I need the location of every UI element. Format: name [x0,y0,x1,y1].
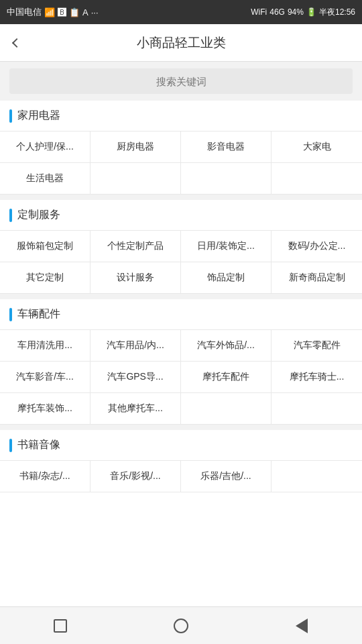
list-item[interactable]: 厨房电器 [90,131,181,163]
list-item[interactable]: 影音电器 [181,131,272,163]
section-auto-title: 车辆配件 [17,307,60,321]
list-item-empty [181,163,272,195]
status-carrier: 中国电信 📶 🅱 📋 A ··· [7,6,99,18]
list-item-empty [90,163,181,195]
back-arrow-icon [12,38,21,47]
back-button[interactable] [0,24,34,62]
list-item[interactable]: 新奇商品定制 [272,262,362,294]
search-bar [0,62,362,101]
list-item-empty [272,163,362,195]
section-divider [0,195,362,200]
section-divider [0,425,362,430]
bottom-nav [0,606,362,644]
section-accent-icon [9,209,12,222]
section-divider [0,294,362,299]
list-item-empty [181,393,272,425]
nav-back-button[interactable] [288,612,315,639]
triangle-icon [296,619,308,633]
list-item[interactable]: 饰品定制 [181,262,272,294]
nav-home-button[interactable] [168,612,194,639]
section-books-header: 书籍音像 [0,430,362,460]
list-item-empty [272,461,362,492]
list-item[interactable]: 日用/装饰定... [181,231,272,262]
nav-square-button[interactable] [47,612,74,639]
list-item[interactable]: 乐器/吉他/... [181,461,272,492]
section-auto-header: 车辆配件 [0,299,362,329]
list-item[interactable]: 大家电 [272,131,362,163]
main-content: 家用电器 个人护理/保... 厨房电器 影音电器 大家电 生活电器 定制服务 服… [0,101,362,606]
list-item[interactable]: 个性定制产品 [90,231,181,262]
list-item[interactable]: 摩托车装饰... [0,393,90,425]
list-item[interactable]: 汽车外饰品/... [181,330,272,362]
list-item[interactable]: 其它定制 [0,262,90,294]
section-books-title: 书籍音像 [17,438,60,452]
list-item[interactable]: 汽车影音/车... [0,362,90,393]
page-title: 小商品轻工业类 [34,34,328,52]
auto-parts-grid: 车用清洗用... 汽车用品/内... 汽车外饰品/... 汽车零配件 汽车影音/… [0,329,362,425]
list-item[interactable]: 摩托车骑士... [272,362,362,393]
section-accent-icon [9,439,12,452]
list-item[interactable]: 摩托车配件 [181,362,272,393]
list-item[interactable]: 汽车零配件 [272,330,362,362]
custom-service-grid: 服饰箱包定制 个性定制产品 日用/装饰定... 数码/办公定... 其它定制 设… [0,230,362,294]
circle-icon [174,619,188,633]
list-item[interactable]: 服饰箱包定制 [0,231,90,262]
list-item[interactable]: 汽车GPS导... [90,362,181,393]
list-item[interactable]: 车用清洗用... [0,330,90,362]
books-grid: 书籍/杂志/... 音乐/影视/... 乐器/吉他/... [0,460,362,492]
search-input[interactable] [9,68,353,94]
list-item[interactable]: 汽车用品/内... [90,330,181,362]
list-item[interactable]: 个人护理/保... [0,131,90,163]
section-home-appliances-header: 家用电器 [0,101,362,131]
list-item[interactable]: 书籍/杂志/... [0,461,90,492]
section-accent-icon [9,308,12,321]
home-appliances-grid: 个人护理/保... 厨房电器 影音电器 大家电 生活电器 [0,131,362,195]
list-item[interactable]: 音乐/影视/... [90,461,181,492]
list-item-empty [272,393,362,425]
list-item[interactable]: 设计服务 [90,262,181,294]
header: 小商品轻工业类 [0,24,362,62]
status-bar: 中国电信 📶 🅱 📋 A ··· WiFi 46G 94% 🔋 半夜12:56 [0,0,362,24]
list-item[interactable]: 其他摩托车... [90,393,181,425]
section-custom-title: 定制服务 [17,208,60,222]
section-home-appliances-title: 家用电器 [17,109,60,123]
list-item[interactable]: 数码/办公定... [272,231,362,262]
status-right: WiFi 46G 94% 🔋 半夜12:56 [251,7,355,18]
section-accent-icon [9,109,12,123]
section-custom-header: 定制服务 [0,200,362,230]
list-item[interactable]: 生活电器 [0,163,90,195]
square-icon [54,619,67,633]
